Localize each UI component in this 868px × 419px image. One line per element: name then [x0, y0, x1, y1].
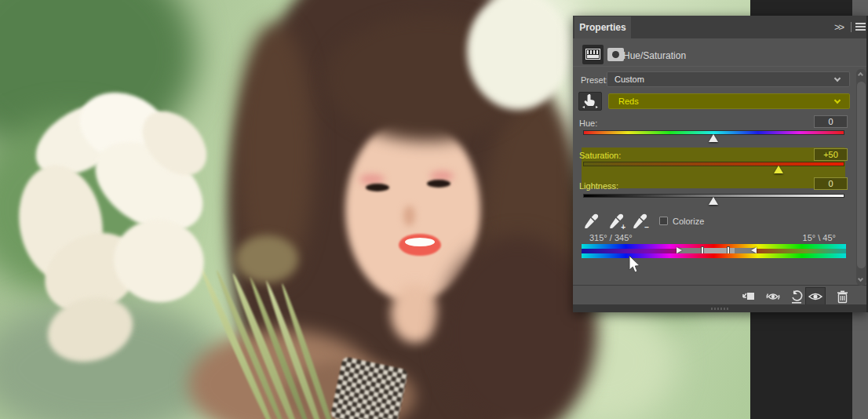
mouse-cursor: [625, 255, 641, 275]
panel-footer: [573, 304, 866, 312]
saturation-value-input[interactable]: +50: [814, 148, 848, 161]
toolbar-divider: [573, 285, 866, 286]
tab-bar-divider: [851, 22, 852, 32]
photo-eye-right: [427, 180, 450, 188]
eye-history-icon: [765, 290, 781, 303]
saturation-highlight-region: [582, 148, 845, 188]
range-feather-left-handle[interactable]: [677, 247, 682, 253]
lightness-label: Lightness:: [579, 181, 618, 191]
saturation-slider[interactable]: [583, 162, 844, 166]
channel-dropdown[interactable]: Reds: [608, 93, 850, 109]
lightness-value-input[interactable]: 0: [814, 177, 848, 190]
toggle-visibility-button[interactable]: [805, 287, 826, 306]
properties-panel: Properties >> Hue/Saturation Preset: Cus…: [573, 16, 868, 312]
preset-dropdown[interactable]: Custom: [607, 71, 850, 87]
view-previous-state-button[interactable]: [763, 287, 783, 306]
colorize-label: Colorize: [673, 217, 704, 226]
photo-neck: [391, 284, 439, 343]
layer-mask-icon[interactable]: [607, 48, 624, 61]
panel-menu-icon[interactable]: [855, 23, 866, 31]
targeted-adjustment-tool-button[interactable]: [578, 92, 602, 111]
scroll-up-icon[interactable]: [858, 72, 863, 78]
header-divider: [573, 66, 866, 67]
delete-adjustment-button[interactable]: [832, 287, 852, 306]
scroll-down-icon[interactable]: [858, 276, 863, 282]
reset-arrow-icon: [790, 290, 804, 304]
panel-resize-grip[interactable]: [711, 308, 728, 310]
eyedropper-minus-icon[interactable]: −: [631, 213, 648, 230]
photo-eyeshadow-left: [359, 174, 385, 184]
photoshop-workspace: Properties >> Hue/Saturation Preset: Cus…: [0, 0, 868, 419]
photo-nose-shadow: [403, 206, 415, 226]
hue-ramp-bottom: [582, 253, 846, 258]
eye-icon: [808, 291, 823, 302]
range-left-label: 315° / 345°: [589, 233, 633, 242]
eyedropper-icon[interactable]: [582, 213, 600, 230]
preset-label: Preset:: [581, 75, 608, 85]
saturation-label: Saturation:: [579, 151, 621, 160]
scrollbar-thumb[interactable]: [857, 82, 866, 268]
hue-label: Hue:: [579, 118, 597, 128]
clip-to-layer-icon: [741, 290, 755, 303]
range-right-label: 15° \ 45°: [803, 233, 836, 242]
hue-slider-thumb[interactable]: [709, 134, 718, 142]
photo-teeth: [405, 238, 435, 246]
chevron-down-icon: [834, 75, 841, 82]
photo-eye-left: [366, 184, 389, 191]
tab-properties[interactable]: Properties: [574, 16, 631, 38]
channel-value: Reds: [618, 97, 639, 106]
adjustment-layer-icon: [582, 45, 604, 64]
trash-icon: [837, 290, 848, 304]
collapse-panel-icon[interactable]: >>: [834, 21, 843, 33]
range-feather-right-handle[interactable]: [751, 247, 757, 253]
hue-value-input[interactable]: 0: [814, 115, 848, 128]
panel-tab-bar: Properties >>: [573, 16, 866, 38]
saturation-slider-thumb[interactable]: [774, 166, 783, 173]
adjustment-title: Hue/Saturation: [623, 50, 686, 61]
chevron-down-icon: [834, 97, 841, 104]
preset-value: Custom: [615, 75, 644, 84]
clip-to-layer-button[interactable]: [738, 287, 758, 306]
panel-scrollbar[interactable]: [856, 69, 866, 286]
colorize-checkbox[interactable]: [659, 217, 668, 225]
reset-button[interactable]: [786, 287, 807, 306]
hand-pointer-icon: [579, 93, 601, 110]
lightness-slider-thumb[interactable]: [709, 197, 718, 205]
eyedropper-plus-icon[interactable]: +: [607, 213, 625, 230]
